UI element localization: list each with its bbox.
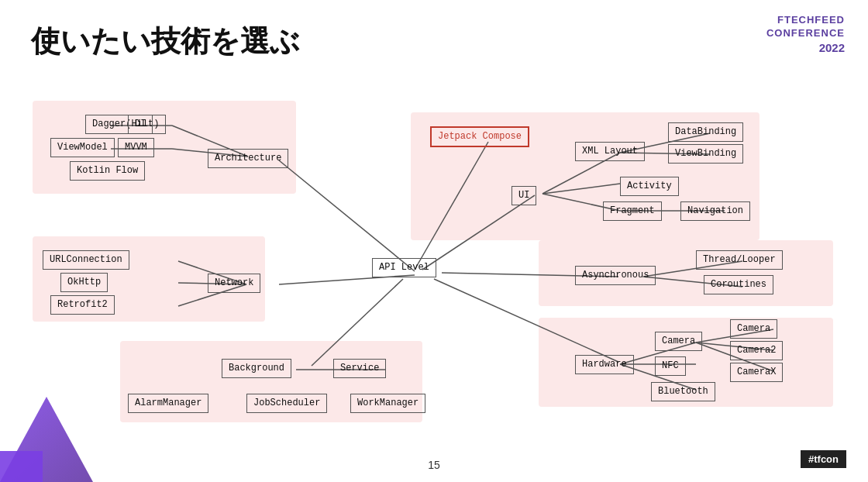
node-camera-node: Camera: [655, 332, 702, 351]
node-ui: UI: [512, 186, 536, 205]
svg-line-0: [279, 160, 415, 271]
node-mvvm: MVVM: [118, 138, 154, 157]
node-kotlin-flow: Kotlin Flow: [70, 161, 145, 181]
node-job-scheduler: JobScheduler: [246, 394, 327, 413]
node-activity: Activity: [620, 177, 679, 196]
node-di: DI: [128, 115, 153, 134]
page-number: 15: [428, 459, 440, 471]
hashtag-badge: #tfcon: [801, 450, 846, 468]
node-architecture: Architecture: [208, 149, 288, 168]
node-thread-looper: Thread/Looper: [696, 250, 783, 270]
svg-rect-31: [0, 451, 43, 482]
node-hardware: Hardware: [575, 355, 634, 374]
node-service: Service: [333, 359, 386, 378]
node-nfc: NFC: [655, 356, 686, 376]
logo-line1: FTECHFEED: [766, 14, 845, 27]
node-retrofit2: Retrofit2: [50, 295, 115, 315]
node-camera: Camera: [730, 319, 777, 339]
node-camera2: Camera2: [730, 341, 783, 360]
node-jetpack-compose: Jetpack Compose: [430, 126, 529, 147]
logo-line2: CONFERENCE: [766, 27, 845, 40]
node-databinding: DataBinding: [668, 122, 743, 142]
node-xml-layout: XML Layout: [575, 142, 645, 161]
node-api-level: API Level: [372, 258, 436, 277]
node-dagger: Dagger(Hilt): [85, 115, 166, 134]
node-urlconnection: URLConnection: [43, 250, 129, 270]
node-alarm-manager: AlarmManager: [128, 394, 208, 413]
node-viewmodel: ViewModel: [50, 138, 115, 157]
node-fragment: Fragment: [603, 201, 662, 221]
node-network: Network: [208, 274, 260, 293]
node-bluetooth: Bluetooth: [651, 382, 715, 401]
bottom-logo-shape: [0, 397, 93, 482]
node-viewbinding: ViewBinding: [668, 144, 743, 164]
logo: FTECHFEED CONFERENCE 2022: [766, 14, 845, 55]
node-work-manager: WorkManager: [350, 394, 425, 413]
node-coroutines: Coroutines: [704, 275, 773, 294]
page-title: 使いたい技術を選ぶ: [31, 22, 300, 61]
node-navigation: Navigation: [680, 201, 750, 221]
node-camerax: CameraX: [730, 363, 783, 382]
node-okhttp: OkHttp: [60, 273, 108, 292]
logo-line3: 2022: [766, 40, 845, 56]
node-background: Background: [222, 359, 291, 378]
node-asynchronous: Asynchronous: [575, 266, 656, 285]
